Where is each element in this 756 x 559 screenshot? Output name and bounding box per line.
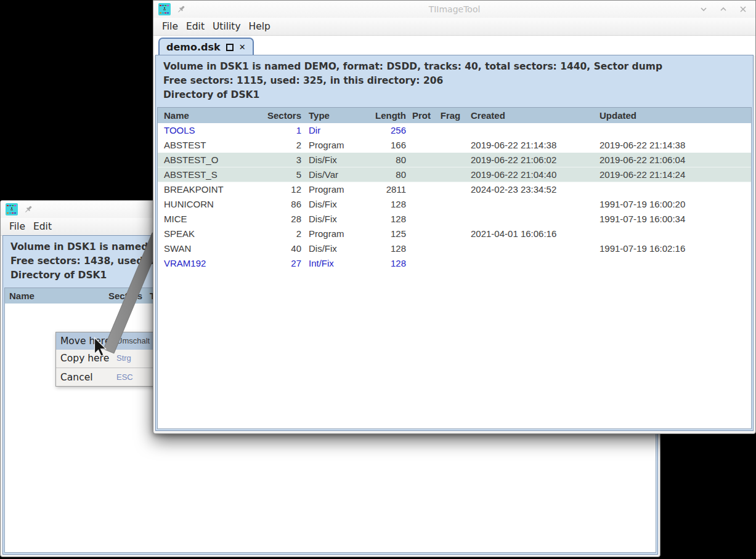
- cell-sectors: 1: [213, 123, 301, 138]
- cell-sectors: 3: [213, 153, 301, 167]
- cell-length: 2811: [344, 182, 406, 197]
- cell-sectors: 12: [213, 182, 301, 197]
- menu-item-shortcut: ESC: [116, 369, 133, 386]
- menu-item-shortcut: Umschalt: [116, 332, 150, 350]
- cell-type: Dis/Fix: [309, 241, 337, 256]
- table-row[interactable]: ABSTEST_S5Dis/Var802019-06-22 21:04:4020…: [158, 167, 751, 182]
- header-cell-prot: Prot: [409, 108, 434, 123]
- chevron-up-icon: [721, 8, 726, 10]
- back-menu-file[interactable]: File: [9, 221, 25, 232]
- menu-utility[interactable]: Utility: [213, 21, 241, 32]
- app-icon: [6, 203, 18, 215]
- menu-separator: [56, 368, 161, 368]
- cell-updated: 1991-07-19 16:00:20: [600, 197, 685, 212]
- cell-name: SWAN: [164, 241, 191, 256]
- desktop: FileEdit Volume in DSK1 is namedFree sec…: [0, 0, 756, 559]
- maximize-button[interactable]: [718, 4, 728, 14]
- back-menu-edit[interactable]: Edit: [33, 221, 52, 232]
- header-cell-frag: Frag: [435, 108, 466, 123]
- volume-info-line: Directory of DSK1: [163, 88, 746, 102]
- menu-item-shortcut: Strg: [116, 350, 131, 367]
- menu-file[interactable]: File: [162, 21, 178, 32]
- cell-sectors: 40: [213, 241, 301, 256]
- cell-type: Int/Fix: [309, 256, 334, 271]
- table-row[interactable]: ABSTEST2Program1662019-06-22 21:14:38201…: [158, 138, 751, 153]
- cell-type: Dis/Fix: [309, 197, 337, 212]
- header-cell-type: Type: [309, 108, 330, 123]
- cell-name: HUNICORN: [164, 197, 214, 212]
- cell-name: MICE: [164, 212, 187, 227]
- cell-sectors: 2: [213, 227, 301, 241]
- cell-sectors: 27: [213, 256, 301, 271]
- menu-item-label: Cancel: [60, 369, 93, 386]
- file-list: TOOLS1Dir256ABSTEST2Program1662019-06-22…: [158, 123, 751, 428]
- tab-bar: demo.dsk ✕: [153, 36, 755, 55]
- detach-window-icon[interactable]: [226, 44, 234, 51]
- back-header-cell-sectors: Sectors: [54, 288, 142, 304]
- volume-info-line: Free sectors: 1115, used: 325, in this d…: [163, 74, 746, 88]
- cell-updated: 2019-06-22 21:14:38: [600, 138, 685, 153]
- cell-created: 2019-06-22 21:06:02: [471, 153, 556, 167]
- header-cell-name: Name: [164, 108, 189, 123]
- table-row[interactable]: TOOLS1Dir256: [158, 123, 751, 138]
- menu-item-move-here[interactable]: Move hereUmschalt: [56, 332, 161, 350]
- cell-sectors: 28: [213, 212, 301, 227]
- table-row[interactable]: BREAKPOINT12Program28112024-02-23 23:34:…: [158, 182, 751, 197]
- tab-label: demo.dsk: [166, 41, 221, 53]
- titlebar[interactable]: TIImageTool: [153, 1, 755, 18]
- header-cell-length: Length: [344, 108, 406, 123]
- table-row[interactable]: SWAN40Dis/Fix1281991-07-19 16:02:16: [158, 241, 751, 256]
- cell-type: Dis/Fix: [309, 212, 337, 227]
- cell-length: 80: [344, 153, 406, 167]
- cell-type: Program: [309, 227, 344, 241]
- cell-name: VRAM192: [164, 256, 206, 271]
- table-row[interactable]: HUNICORN86Dis/Fix1281991-07-19 16:00:20: [158, 197, 751, 212]
- menu-edit[interactable]: Edit: [186, 21, 205, 32]
- cell-length: 128: [344, 212, 406, 227]
- cell-length: 256: [344, 123, 406, 138]
- menu-item-label: Move here: [60, 332, 110, 350]
- minimize-button[interactable]: [699, 4, 709, 14]
- close-tab-icon[interactable]: ✕: [239, 44, 246, 50]
- table-row[interactable]: MICE28Dis/Fix1281991-07-19 16:00:34: [158, 212, 751, 227]
- close-button[interactable]: [738, 4, 748, 14]
- cell-type: Program: [309, 182, 344, 197]
- menu-help[interactable]: Help: [249, 21, 270, 32]
- menu-item-copy-here[interactable]: Copy hereStrg: [56, 350, 161, 367]
- header-cell-sectors: Sectors: [213, 108, 301, 123]
- cell-sectors: 5: [213, 167, 301, 182]
- table-header: NameSectorsTypeLengthProtFragCreatedUpda…: [158, 108, 751, 123]
- cell-type: Dir: [309, 123, 320, 138]
- table-row[interactable]: ABSTEST_O3Dis/Fix802019-06-22 21:06:0220…: [158, 153, 751, 167]
- cell-updated: 1991-07-19 16:02:16: [600, 241, 685, 256]
- cell-type: Dis/Var: [309, 167, 338, 182]
- cell-name: TOOLS: [164, 123, 195, 138]
- close-icon: [741, 7, 746, 12]
- cell-length: 125: [344, 227, 406, 241]
- pin-icon[interactable]: [23, 204, 33, 214]
- cell-updated: 2019-06-22 21:14:24: [600, 167, 685, 182]
- volume-info: Volume in DSK1 is named DEMO, format: DS…: [156, 55, 753, 105]
- tab-demo-dsk[interactable]: demo.dsk ✕: [158, 38, 254, 55]
- main-window: TIImageTool FileEditUtilityHelp demo.dsk: [153, 0, 756, 434]
- cell-sectors: 2: [213, 138, 301, 153]
- header-cell-created: Created: [471, 108, 505, 123]
- cell-length: 128: [344, 241, 406, 256]
- cell-name: ABSTEST_S: [164, 167, 217, 182]
- cell-type: Dis/Fix: [309, 153, 337, 167]
- window-title: TIImageTool: [153, 1, 755, 18]
- back-header-cell-name: Name: [9, 288, 35, 304]
- cell-length: 128: [344, 256, 406, 271]
- menu-item-cancel[interactable]: CancelESC: [56, 369, 161, 386]
- cell-updated: 1991-07-19 16:00:34: [600, 212, 685, 227]
- volume-info-line: Volume in DSK1 is named DEMO, format: DS…: [163, 60, 746, 74]
- cell-length: 166: [344, 138, 406, 153]
- cell-updated: 2019-06-22 21:06:04: [600, 153, 685, 167]
- cell-length: 128: [344, 197, 406, 212]
- menu-item-label: Copy here: [60, 350, 109, 367]
- cell-name: ABSTEST: [164, 138, 206, 153]
- header-cell-updated: Updated: [600, 108, 636, 123]
- table-row[interactable]: VRAM19227Int/Fix128: [158, 256, 751, 271]
- cell-sectors: 86: [213, 197, 301, 212]
- table-row[interactable]: SPEAK2Program1252021-04-01 16:06:16: [158, 227, 751, 241]
